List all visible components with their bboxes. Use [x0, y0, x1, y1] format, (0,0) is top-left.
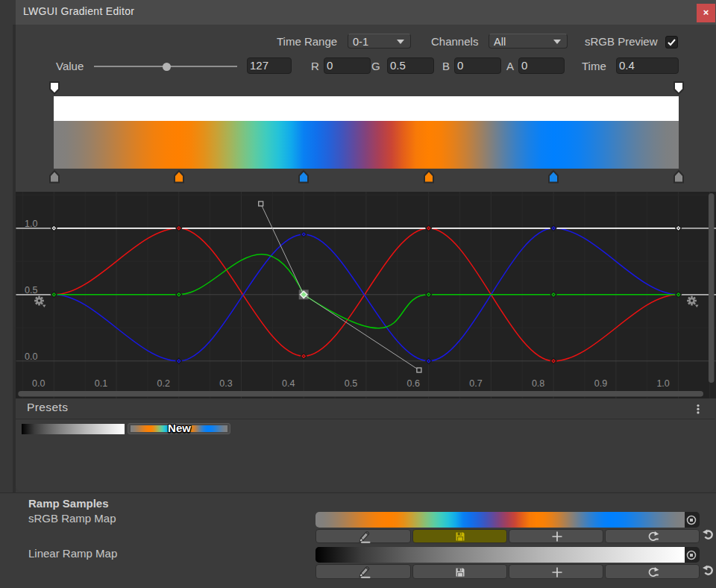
- svg-text:0.2: 0.2: [157, 378, 170, 389]
- svg-text:0.0: 0.0: [32, 378, 45, 389]
- svg-text:0.5: 0.5: [345, 378, 357, 389]
- svg-text:0.3: 0.3: [219, 378, 232, 389]
- svg-text:0.0: 0.0: [25, 351, 37, 362]
- svg-text:0.4: 0.4: [282, 378, 295, 389]
- svg-text:0.1: 0.1: [95, 378, 107, 389]
- svg-text:1.0: 1.0: [656, 378, 669, 389]
- svg-text:0.5: 0.5: [25, 285, 37, 295]
- svg-text:0.6: 0.6: [407, 378, 420, 389]
- svg-text:0.9: 0.9: [594, 378, 607, 389]
- svg-text:0.8: 0.8: [532, 378, 544, 389]
- svg-text:0.7: 0.7: [469, 378, 482, 389]
- svg-text:1.0: 1.0: [25, 219, 37, 229]
